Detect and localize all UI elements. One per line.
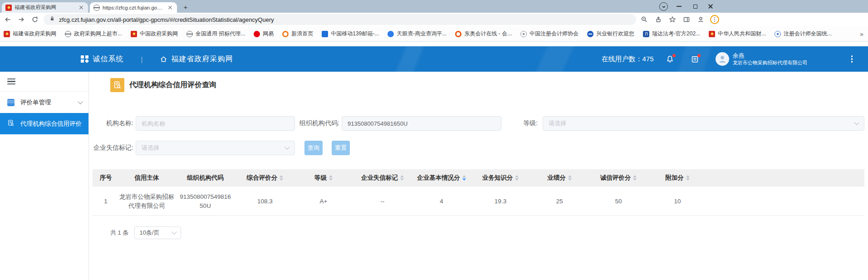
cell-integrity-score: 50 [589, 187, 648, 215]
sort-carets[interactable] [686, 175, 690, 181]
col-header: 附加分 [665, 174, 684, 182]
page-title: 代理机构综合信用评价查询 [129, 80, 216, 90]
forward-icon[interactable] [15, 14, 27, 25]
org-name-label: 机构名称: [93, 119, 133, 128]
china-emblem-favicon [5, 5, 12, 11]
sort-carets[interactable] [633, 175, 637, 181]
bookmarks-overflow-button[interactable]: » [860, 30, 863, 38]
sort-carets[interactable] [568, 175, 572, 181]
zoom-icon[interactable] [640, 15, 649, 24]
sort-carets[interactable] [280, 175, 283, 181]
reload-icon[interactable] [29, 14, 41, 25]
col-header: 业绩分 [547, 174, 566, 182]
browser-menu-icon[interactable] [710, 15, 719, 24]
bookmark-item[interactable]: 东奥会计在线 - 会... [455, 30, 512, 38]
col-header: 企业基本情况分 [417, 174, 460, 182]
table-header-row: 序号 信用主体 组织机构代码 综合评价分 等级 企业失信标记 企业基本情况分 业… [93, 169, 864, 187]
tab-close-icon[interactable] [167, 5, 173, 11]
main-content: 代理机构综合信用评价查询 机构名称: 组织机构代码: 等级: 请选择 企业失信标… [89, 72, 868, 280]
site-name: 福建省政府采购网 [171, 54, 233, 64]
online-users-count: 在线用户数：475 [602, 55, 654, 64]
table-row: 1 龙岩市公物采购招标代理有限公司 91350800754981650U 108… [93, 187, 864, 216]
sort-carets[interactable] [400, 175, 404, 181]
page-title-icon [110, 78, 124, 92]
system-name: 诚信系统 [93, 54, 124, 64]
grade-label: 等级: [501, 119, 540, 128]
back-icon[interactable] [2, 14, 14, 25]
139-mail-favicon [322, 31, 328, 37]
chevron-down-icon [284, 144, 289, 149]
bookmark-item[interactable]: 政府采购网上超市... [65, 30, 122, 38]
new-tab-button[interactable]: + [181, 3, 190, 11]
header-divider: | [141, 55, 143, 63]
bookmark-item[interactable]: 中国移动139邮箱-... [322, 30, 379, 38]
tab-close-icon[interactable] [78, 5, 84, 11]
chevron-down-icon [78, 99, 83, 104]
side-panel-icon[interactable] [682, 15, 691, 24]
bookmark-item[interactable]: 福建省政府采购网 [4, 30, 56, 38]
bookmark-item[interactable]: 天眼查-商业查询平... [387, 30, 446, 38]
notification-bell-icon[interactable] [666, 55, 674, 64]
sort-carets[interactable] [329, 175, 333, 181]
col-header: 等级 [314, 174, 327, 182]
query-button[interactable]: 查询 [304, 141, 323, 155]
page-size-select[interactable]: 10条/页 [134, 226, 181, 239]
bookmark-item[interactable]: 注册会计师全国统... [775, 30, 832, 38]
app-header: 诚信系统 | 福建省政府采购网 在线用户数：475 余燕 [0, 46, 868, 72]
browser-tab-strip: 福建省政府采购网 https://zfcg.czt.fujian.gov.cn/… [0, 0, 868, 13]
url-bar[interactable]: zfcg.czt.fujian.gov.cn/all-portal/gpc-gp… [44, 14, 636, 25]
col-header: 组织机构代码 [187, 174, 224, 182]
sidebar-item-evaluation-management[interactable]: 评价单管理 [0, 92, 88, 113]
col-header: 业务知识分 [482, 174, 513, 182]
org-code-input[interactable] [342, 116, 501, 131]
reset-button[interactable]: 重置 [332, 141, 350, 155]
bookmark-item[interactable]: 网易 [254, 30, 274, 38]
sidebar: 评价单管理 代理机构综合信用评价查 [0, 72, 89, 280]
bookmark-item[interactable]: 全国通用 招标代理... [186, 30, 245, 38]
col-header: 序号 [100, 174, 112, 182]
browser-tab-fujian[interactable]: 福建省政府采购网 [2, 2, 88, 13]
bookmark-item[interactable]: 中国注册会计师协会 [520, 30, 579, 38]
todo-clipboard-icon[interactable] [691, 55, 699, 64]
tab-search-icon[interactable] [659, 2, 668, 11]
cell-composite-score: 108.3 [236, 187, 294, 215]
more-menu-icon[interactable] [851, 55, 853, 62]
tab-title: 福建省政府采购网 [15, 4, 75, 11]
share-icon[interactable] [654, 15, 663, 24]
window-minimize-button[interactable] [672, 2, 685, 11]
ruida-favicon [643, 31, 649, 37]
china-emblem-favicon [709, 31, 715, 37]
results-table: 序号 信用主体 组织机构代码 综合评价分 等级 企业失信标记 企业基本情况分 业… [93, 169, 864, 216]
bookmark-star-icon[interactable] [668, 15, 677, 24]
bookmark-item[interactable]: 新浪首页 [282, 30, 313, 38]
org-code-label: 组织机构代码: [297, 119, 339, 128]
col-header: 诚信评价分 [600, 174, 631, 182]
bookmark-item[interactable]: 中国政府采购网 [131, 30, 178, 38]
window-maximize-button[interactable] [689, 2, 701, 11]
dishonesty-select[interactable]: 请选择 [136, 141, 295, 155]
profile-icon[interactable] [696, 15, 705, 24]
bookmark-item[interactable]: 中华人民共和国财... [709, 30, 766, 38]
browser-tab-active[interactable]: https://zfcg.czt.fujian.gov.cn/a [90, 2, 177, 13]
bookmark-item[interactable]: 瑞达法考-官方202... [643, 30, 700, 38]
toolbar-icons [640, 15, 719, 24]
sort-carets-active[interactable] [462, 175, 466, 181]
org-name-input[interactable] [136, 116, 295, 131]
collapse-sidebar-icon[interactable] [7, 79, 15, 85]
user-name: 余燕 [733, 52, 808, 59]
tianyancha-favicon [387, 31, 394, 37]
col-header: 信用主体 [135, 174, 159, 182]
search-form-row-2: 企业失信标记: 请选择 查询 重置 [93, 141, 864, 155]
cell-grade: A+ [294, 187, 353, 215]
grade-select[interactable]: 请选择 [543, 116, 864, 131]
pagination: 共 1 条 10条/页 [110, 226, 864, 239]
sort-carets[interactable] [515, 175, 519, 181]
bookmark-item[interactable]: 兴业银行欢迎您 [587, 30, 634, 38]
sidebar-item-agency-credit-query[interactable]: 代理机构综合信用评价查 [0, 113, 88, 134]
url-text: zfcg.czt.fujian.gov.cn/all-portal/gpc-gp… [59, 16, 274, 23]
user-chip[interactable]: 余燕 龙岩市公物采购招标代理有限公司 [716, 52, 808, 66]
notification-badge [672, 54, 676, 57]
netease-favicon [254, 31, 260, 37]
chevron-down-icon [854, 120, 859, 125]
window-close-button[interactable] [704, 2, 717, 11]
